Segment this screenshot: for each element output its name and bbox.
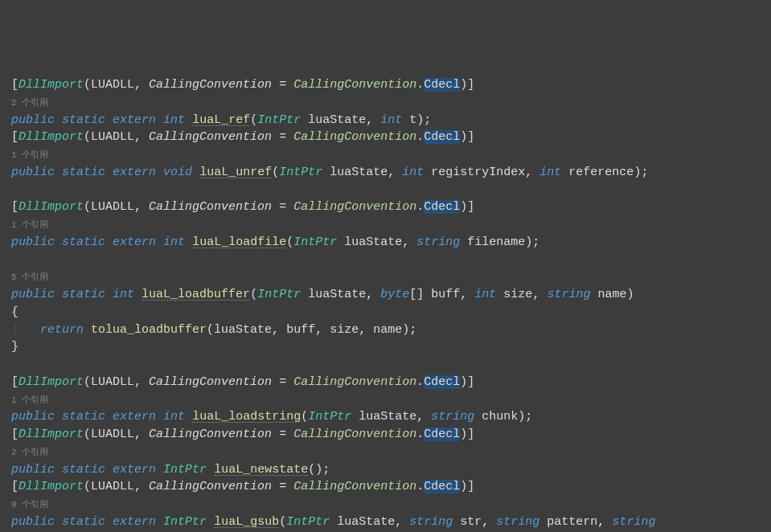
return-statement: ¦ return tolua_loadbuffer(luaState, buff… xyxy=(11,323,416,337)
attribute-line: [DllImport(LUADLL, CallingConvention = C… xyxy=(11,375,474,389)
method-declaration: public static extern void luaL_unref(Int… xyxy=(11,166,648,179)
method-declaration: public static int luaL_loadbuffer(IntPtr… xyxy=(11,288,634,301)
codelens-references[interactable]: 2 个引用 xyxy=(11,98,48,108)
brace-close: } xyxy=(11,340,18,354)
attribute-line: [DllImport(LUADLL, CallingConvention = C… xyxy=(11,200,474,214)
method-declaration: public static extern IntPtr luaL_newstat… xyxy=(11,463,330,477)
codelens-references[interactable]: 5 个引用 xyxy=(11,272,48,282)
code-editor[interactable]: [DllImport(LUADLL, CallingConvention = C… xyxy=(11,76,760,532)
codelens-references[interactable]: 1 个引用 xyxy=(11,395,48,405)
codelens-references[interactable]: 0 个引用 xyxy=(11,500,48,509)
codelens-references[interactable]: 1 个引用 xyxy=(11,220,48,230)
attribute-line: [DllImport(LUADLL, CallingConvention = C… xyxy=(11,428,474,441)
attribute-line: [DllImport(LUADLL, CallingConvention = C… xyxy=(11,78,474,92)
method-declaration: public static extern IntPtr luaL_gsub(In… xyxy=(11,515,662,529)
attribute-line: [DllImport(LUADLL, CallingConvention = C… xyxy=(11,130,474,144)
method-declaration: public static extern int luaL_loadfile(I… xyxy=(11,235,539,249)
codelens-references[interactable]: 2 个引用 xyxy=(11,448,48,457)
brace-open: { xyxy=(11,305,18,319)
codelens-references[interactable]: 1 个引用 xyxy=(11,150,48,160)
method-declaration: public static extern int luaL_ref(IntPtr… xyxy=(11,113,431,127)
method-declaration: public static extern int luaL_loadstring… xyxy=(11,410,532,424)
attribute-line: [DllImport(LUADLL, CallingConvention = C… xyxy=(11,480,474,493)
